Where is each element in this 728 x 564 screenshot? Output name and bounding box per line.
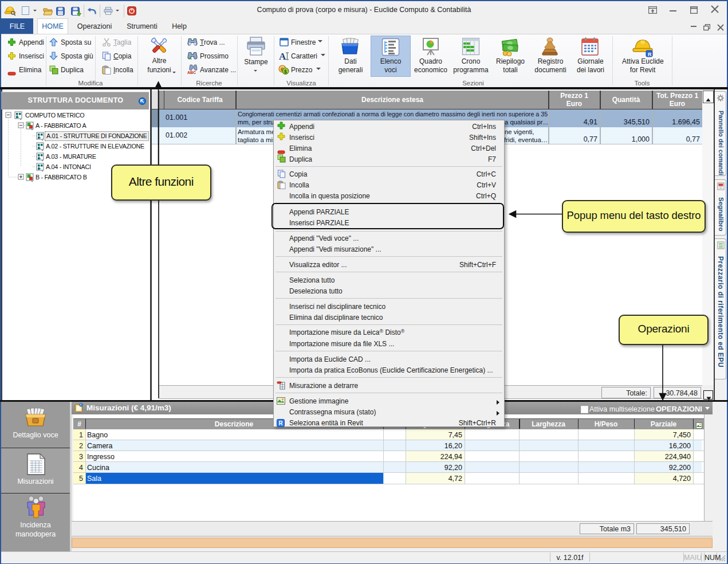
svg-text:ABC: ABC bbox=[187, 70, 196, 75]
svg-text:$: $ bbox=[284, 69, 287, 75]
svg-text:R: R bbox=[279, 420, 284, 426]
svg-text:A: A bbox=[279, 51, 286, 61]
svg-text:R: R bbox=[648, 52, 652, 57]
